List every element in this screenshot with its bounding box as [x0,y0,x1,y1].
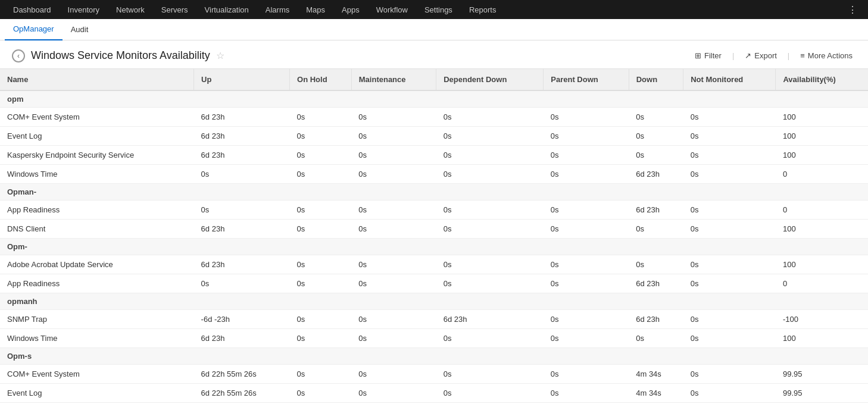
cell-availability: 99.95 [776,365,868,384]
col-header-up: Up [194,69,290,90]
cell-parent_down: 0s [544,384,629,403]
cell-parent_down: 0s [544,127,629,146]
cell-availability: 0 [776,274,868,293]
cell-name: App Readiness [0,201,194,220]
cell-name: Event Log [0,384,194,403]
cell-parent_down: 0s [544,255,629,274]
cell-down: 0s [629,146,683,165]
cell-not_monitored: 0s [683,165,776,184]
table-row[interactable]: COM+ Event System6d 23h0s0s0s0s0s0s100 [0,108,868,127]
cell-down: 4m 34s [629,365,683,384]
sub-nav-audit[interactable]: Audit [63,19,97,40]
cell-availability: 100 [776,255,868,274]
cell-not_monitored: 0s [683,146,776,165]
page-title: Windows Service Monitors Availability [31,49,210,62]
favorite-icon[interactable]: ☆ [216,50,224,61]
table-group-row: opmanh [0,293,868,310]
nav-item-inventory[interactable]: Inventory [60,0,108,19]
cell-maintenance: 0s [351,255,436,274]
cell-availability: -100 [776,310,868,329]
cell-dependent_down: 0s [436,127,544,146]
table-group-row: opm [0,90,868,108]
table-row[interactable]: Windows Time6d 23h0s0s0s0s0s0s100 [0,329,868,348]
table-row[interactable]: Kaspersky Endpoint Security Service6d 23… [0,146,868,165]
table-row[interactable]: SNMP Trap-6d -23h0s0s6d 23h0s6d 23h0s-10… [0,310,868,329]
cell-parent_down: 0s [544,365,629,384]
cell-maintenance: 0s [351,146,436,165]
cell-dependent_down: 0s [436,108,544,127]
cell-dependent_down: 0s [436,329,544,348]
cell-dependent_down: 0s [436,274,544,293]
nav-item-reports[interactable]: Reports [461,0,505,19]
cell-down: 0s [629,220,683,239]
cell-name: Event Log [0,127,194,146]
sub-nav-opmanager[interactable]: OpManager [5,19,63,40]
cell-availability: 100 [776,329,868,348]
nav-item-apps[interactable]: Apps [333,0,368,19]
cell-not_monitored: 0s [683,255,776,274]
cell-down: 6d 23h [629,274,683,293]
nav-item-alarms[interactable]: Alarms [257,0,298,19]
nav-item-settings[interactable]: Settings [416,0,461,19]
nav-item-workflow[interactable]: Workflow [368,0,416,19]
page-header: ‹ Windows Service Monitors Availability … [0,40,868,69]
table-row[interactable]: COM+ Event System6d 22h 55m 26s0s0s0s0s4… [0,365,868,384]
export-button[interactable]: ↗ Export [741,49,780,62]
page-actions: ⊞ Filter | ↗ Export | ≡ More Actions [691,49,856,62]
cell-on_hold: 0s [290,220,352,239]
cell-down: 0s [629,255,683,274]
cell-not_monitored: 0s [683,127,776,146]
nav-item-network[interactable]: Network [108,0,153,19]
cell-up: 6d 23h [194,108,290,127]
col-header-parent-down: Parent Down [544,69,629,90]
cell-up: 6d 23h [194,127,290,146]
cell-availability: 100 [776,127,868,146]
cell-down: 4m 34s [629,384,683,403]
nav-item-virtualization[interactable]: Virtualization [196,0,257,19]
cell-down: 0s [629,108,683,127]
nav-item-servers[interactable]: Servers [153,0,196,19]
cell-name: Adobe Acrobat Update Service [0,255,194,274]
more-actions-button[interactable]: ≡ More Actions [797,49,856,62]
table-row[interactable]: Event Log6d 23h0s0s0s0s0s0s100 [0,127,868,146]
table-row[interactable]: Adobe Acrobat Update Service6d 23h0s0s0s… [0,255,868,274]
cell-not_monitored: 0s [683,310,776,329]
cell-maintenance: 0s [351,127,436,146]
cell-name: Kaspersky Endpoint Security Service [0,146,194,165]
group-label: Opm-s [0,348,868,365]
table-row[interactable]: App Readiness0s0s0s0s0s6d 23h0s0 [0,201,868,220]
export-icon: ↗ [745,51,751,60]
cell-up: 6d 23h [194,329,290,348]
cell-not_monitored: 0s [683,365,776,384]
col-header-name: Name [0,69,194,90]
cell-on_hold: 0s [290,365,352,384]
cell-dependent_down: 0s [436,365,544,384]
cell-parent_down: 0s [544,274,629,293]
cell-on_hold: 0s [290,108,352,127]
cell-availability: 100 [776,146,868,165]
cell-availability: 0 [776,201,868,220]
table-row[interactable]: Windows Time0s0s0s0s0s6d 23h0s0 [0,165,868,184]
filter-label: Filter [704,51,722,60]
cell-dependent_down: 0s [436,220,544,239]
table-row[interactable]: App Readiness0s0s0s0s0s6d 23h0s0 [0,274,868,293]
top-nav: Dashboard Inventory Network Servers Virt… [0,0,868,19]
cell-up: 6d 23h [194,146,290,165]
cell-availability: 99.95 [776,384,868,403]
back-button[interactable]: ‹ [12,49,25,62]
more-actions-label: More Actions [808,51,853,60]
cell-up: 6d 23h [194,220,290,239]
nav-more-button[interactable]: ⋮ [842,4,863,15]
table-row[interactable]: DNS Client6d 23h0s0s0s0s0s0s100 [0,220,868,239]
cell-parent_down: 0s [544,220,629,239]
cell-down: 6d 23h [629,201,683,220]
cell-maintenance: 0s [351,108,436,127]
filter-button[interactable]: ⊞ Filter [691,49,725,62]
separator-1: | [730,51,736,60]
nav-item-dashboard[interactable]: Dashboard [5,0,60,19]
cell-name: App Readiness [0,274,194,293]
cell-name: DNS Client [0,220,194,239]
nav-item-maps[interactable]: Maps [298,0,333,19]
separator-2: | [785,51,792,60]
table-row[interactable]: Event Log6d 22h 55m 26s0s0s0s0s4m 34s0s9… [0,384,868,403]
